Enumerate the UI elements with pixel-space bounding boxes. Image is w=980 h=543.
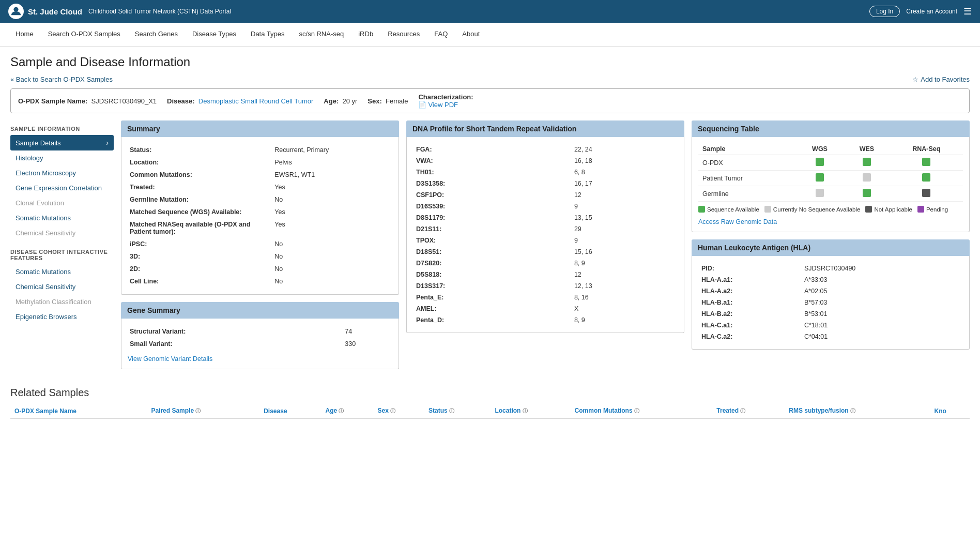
sidebar-item-electron-microscopy[interactable]: Electron Microscopy	[10, 165, 114, 180]
sequencing-panel: Sequencing Table Sample WGS WES RNA-Seq	[692, 120, 970, 232]
login-button[interactable]: Log In	[869, 6, 900, 17]
related-samples-table: O-PDX Sample Name Paired Sample ⓘ Diseas…	[10, 404, 970, 419]
hla-panel: Human Leukocyte Antigen (HLA) PID:SJDSRC…	[692, 239, 970, 350]
table-row: Patient Tumor	[698, 171, 963, 186]
col-location[interactable]: Location ⓘ	[491, 404, 570, 418]
table-row: Small Variant: 330	[129, 338, 391, 350]
right-column: Sequencing Table Sample WGS WES RNA-Seq	[692, 120, 970, 350]
dna-profile-panel: DNA Profile for Short Tandem Repeat Vali…	[406, 120, 684, 333]
sequencing-header: Sequencing Table	[692, 120, 970, 137]
table-row: D7S820:8, 9	[414, 258, 677, 268]
info-icon: ⓘ	[634, 408, 639, 414]
sidebar-item-somatic-mutations-2[interactable]: Somatic Mutations	[10, 264, 114, 279]
nav-resources[interactable]: Resources	[380, 23, 427, 47]
nav-search-genes[interactable]: Search Genes	[128, 23, 185, 47]
seq-dot-wgs	[816, 173, 824, 182]
age-label: Age:	[324, 97, 339, 105]
table-row: O-PDX	[698, 155, 963, 171]
col-sex[interactable]: Sex ⓘ	[374, 404, 425, 418]
legend-item-available: Sequence Available	[698, 206, 759, 213]
table-row: D18S51:15, 16	[414, 247, 677, 257]
gene-label: Small Variant:	[129, 338, 343, 350]
table-row: Location: Pelvis	[129, 157, 391, 168]
summary-value: No	[273, 251, 391, 262]
summary-header: Summary	[121, 120, 399, 137]
table-row: Matched RNASeq available (O-PDX and Pati…	[129, 219, 391, 237]
seq-dot-wes	[863, 173, 871, 182]
seq-dot-rna	[922, 189, 930, 197]
nav-data-types[interactable]: Data Types	[243, 23, 292, 47]
seq-dot-wgs	[816, 158, 824, 166]
svg-point-0	[13, 7, 18, 12]
table-row: D5S818:12	[414, 269, 677, 280]
sidebar-item-sample-details[interactable]: Sample Details ›	[10, 135, 114, 150]
sequencing-table: Sample WGS WES RNA-Seq O-PDX	[698, 143, 963, 202]
gene-label: Structural Variant:	[129, 326, 343, 337]
table-row: Germline	[698, 186, 963, 202]
sidebar-item-chemical-sensitivity-2[interactable]: Chemical Sensitivity	[10, 279, 114, 294]
legend-item-no-sequence: Currently No Sequence Available	[764, 206, 861, 213]
sidebar-item-epigenetic[interactable]: Epigenetic Browsers	[10, 309, 114, 324]
table-row: D3S1358:16, 17	[414, 178, 677, 189]
nav-irdb[interactable]: iRDb	[351, 23, 380, 47]
col-treated[interactable]: Treated ⓘ	[712, 404, 785, 418]
create-account-link[interactable]: Create an Account	[906, 8, 957, 15]
logo-icon	[8, 4, 24, 19]
sidebar-item-histology[interactable]: Histology	[10, 150, 114, 165]
gene-value: 330	[344, 338, 391, 350]
legend-gray-dot	[764, 206, 771, 213]
table-row: PID:SJDSRCT030490	[699, 263, 962, 274]
seq-sample-name: O-PDX	[698, 155, 796, 171]
seq-dot-wgs	[816, 189, 824, 197]
table-row: Penta_E:8, 16	[414, 292, 677, 303]
summary-value: No	[273, 263, 391, 275]
sidebar: SAMPLE INFORMATION Sample Details › Hist…	[10, 120, 114, 324]
seq-dot-rna	[922, 158, 930, 166]
nav-disease-types[interactable]: Disease Types	[185, 23, 243, 47]
summary-label: Common Mutations:	[129, 169, 272, 180]
col-rms-subtype[interactable]: RMS subtype/fusion ⓘ	[785, 404, 930, 418]
col-kno[interactable]: Kno	[930, 404, 970, 418]
col-rna: RNA-Seq	[890, 143, 963, 155]
table-row: HLA-A.a1:A*33:03	[699, 275, 962, 285]
sidebar-item-gene-expression[interactable]: Gene Expression Correlation	[10, 180, 114, 195]
info-icon: ⓘ	[523, 408, 528, 414]
col-common-mutations[interactable]: Common Mutations ⓘ	[571, 404, 713, 418]
nav-about[interactable]: About	[455, 23, 487, 47]
table-row: HLA-C.a1:C*18:01	[699, 320, 962, 330]
sidebar-item-somatic-mutations-1[interactable]: Somatic Mutations	[10, 210, 114, 225]
back-link[interactable]: Back to Search O-PDX Samples	[10, 76, 113, 83]
nav-home[interactable]: Home	[8, 23, 41, 47]
summary-value: Yes	[273, 182, 391, 193]
hla-table: PID:SJDSRCT030490 HLA-A.a1:A*33:03 HLA-A…	[698, 262, 963, 343]
col-opdx-sample-name[interactable]: O-PDX Sample Name	[10, 404, 147, 418]
sample-name-value: SJDSRCT030490_X1	[91, 97, 157, 105]
top-right-actions: Log In Create an Account ☰	[869, 6, 972, 17]
add-favorites-button[interactable]: ☆ Add to Favorites	[912, 76, 970, 83]
nav-faq[interactable]: FAQ	[427, 23, 455, 47]
col-status[interactable]: Status ⓘ	[424, 404, 491, 418]
legend-green-dot	[698, 206, 705, 213]
sidebar-section-label-2: DISEASE COHORT INTERACTIVE FEATURES	[10, 249, 114, 261]
genomic-variant-details-link[interactable]: View Genomic Variant Details	[128, 355, 212, 363]
col-paired-sample[interactable]: Paired Sample ⓘ	[147, 404, 259, 418]
table-row: HLA-C.a2:C*04:01	[699, 331, 962, 342]
gene-summary-header: Gene Summary	[121, 302, 399, 319]
table-row: FGA:22, 24	[414, 144, 677, 155]
legend-purple-dot	[917, 206, 924, 213]
col-disease[interactable]: Disease	[259, 404, 321, 418]
dna-profile-table: FGA:22, 24 VWA:16, 18 TH01:6, 8 D3S1358:…	[413, 143, 678, 326]
nav-rna-seq[interactable]: sc/sn RNA-seq	[292, 23, 351, 47]
access-raw-genomic-data-link[interactable]: Access Raw Genomic Data	[698, 218, 777, 225]
nav-search-opdx[interactable]: Search O-PDX Samples	[41, 23, 128, 47]
table-row: TH01:6, 8	[414, 167, 677, 177]
hamburger-icon[interactable]: ☰	[963, 6, 972, 17]
view-pdf-link[interactable]: 📄 View PDF	[418, 101, 475, 109]
disease-value[interactable]: Desmoplastic Small Round Cell Tumor	[198, 97, 314, 105]
col-age[interactable]: Age ⓘ	[321, 404, 373, 418]
table-header-row: O-PDX Sample Name Paired Sample ⓘ Diseas…	[10, 404, 970, 418]
seq-sample-name: Patient Tumor	[698, 171, 796, 186]
summary-value: Yes	[273, 219, 391, 237]
table-row: HLA-B.a1:B*57:03	[699, 297, 962, 308]
seq-sample-name: Germline	[698, 186, 796, 202]
